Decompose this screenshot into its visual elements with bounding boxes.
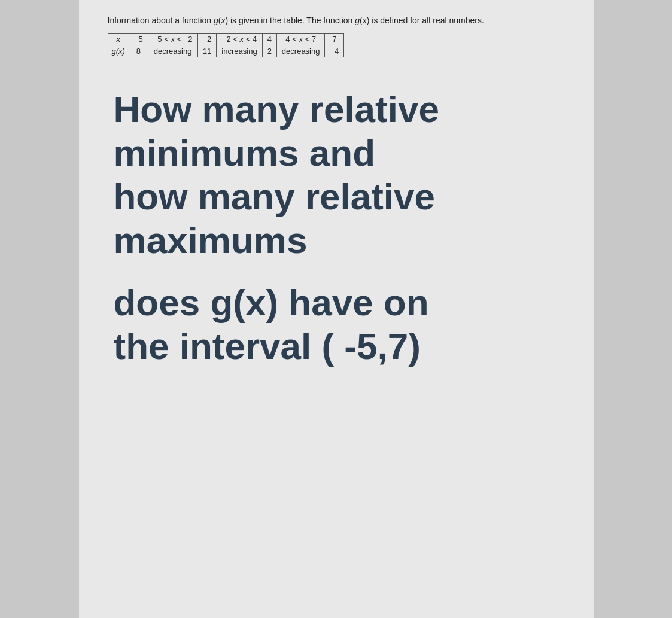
x-range-2: −2 < x < 4: [217, 34, 262, 45]
gx-increasing: increasing: [217, 45, 262, 57]
x-val-neg5: −5: [129, 34, 148, 45]
gx-val-neg4: −4: [325, 45, 344, 57]
question-line6: the interval ( -5,7): [114, 324, 565, 368]
x-row-label: x: [108, 34, 129, 45]
x-val-4: 4: [262, 34, 276, 45]
intro-text: Information about a function g(x) is giv…: [108, 14, 565, 27]
question-text: How many relative minimums and how many …: [114, 87, 565, 368]
gx-decreasing-1: decreasing: [148, 45, 197, 57]
question-line1: How many relative: [114, 87, 565, 131]
x-range-3: 4 < x < 7: [276, 34, 325, 45]
question-line3: how many relative: [114, 175, 565, 218]
question-line4: maximums: [114, 218, 565, 262]
gx-row-label: g(x): [108, 45, 129, 57]
question-line5: does g(x) have on: [114, 281, 565, 324]
x-val-neg2: −2: [197, 34, 217, 45]
function-table: x −5 −5 < x < −2 −2 −2 < x < 4 4 4 < x <…: [108, 33, 345, 57]
page-container: Information about a function g(x) is giv…: [79, 0, 594, 618]
question-line2: minimums and: [114, 131, 565, 175]
gx-decreasing-2: decreasing: [276, 45, 325, 57]
gx-val-2: 2: [262, 45, 276, 57]
gx-val-11: 11: [197, 45, 217, 57]
question-block: How many relative minimums and how many …: [108, 87, 565, 368]
x-val-7: 7: [325, 34, 344, 45]
gx-val-8: 8: [129, 45, 148, 57]
table-wrapper: x −5 −5 < x < −2 −2 −2 < x < 4 4 4 < x <…: [108, 33, 565, 57]
x-range-1: −5 < x < −2: [148, 34, 197, 45]
